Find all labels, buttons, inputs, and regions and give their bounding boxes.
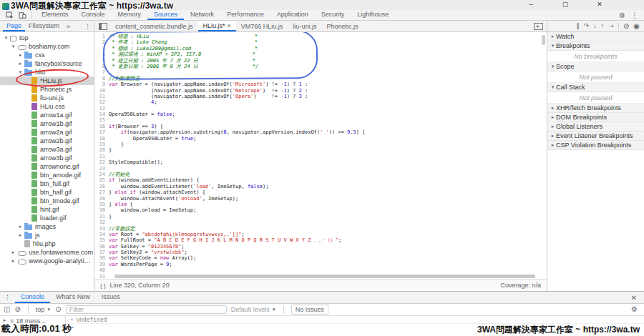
tree-item-use-fontawesome-com[interactable]: ▸use.fontawesome.com (0, 248, 94, 257)
editor-status-bar: { } Line 320, Column 20 Coverage: n/a (94, 279, 547, 291)
tree-item-btn-amode-gif[interactable]: btn_amode.gif (0, 171, 94, 179)
tree-item-arrow3a-gif[interactable]: arrow3a.gif (0, 145, 94, 154)
tree-item-btn-half-gif[interactable]: btn_half.gif (0, 188, 94, 197)
pause-on-exceptions-icon[interactable]: ◉ (633, 23, 640, 29)
tree-arrow-icon[interactable]: ▸ (17, 52, 24, 58)
tree-item-hliu[interactable]: ▾hliu (0, 68, 94, 76)
tree-item-loader-gif[interactable]: loader.gif (0, 214, 94, 222)
close-button[interactable]: ✕ (592, 0, 607, 9)
issues-counter[interactable]: No Issues (291, 305, 328, 315)
horizontal-scrollbar[interactable] (114, 275, 535, 278)
tree-item-btn-full-gif[interactable]: btn_full.gif (0, 179, 94, 188)
pretty-print-icon[interactable]: { } (100, 282, 106, 289)
tree-arrow-icon[interactable]: ▸ (10, 258, 16, 264)
section-dom-breakpoints[interactable]: ▸DOM Breakpoints (547, 113, 644, 122)
tree-arrow-icon[interactable]: ▾ (17, 69, 24, 75)
tree-item-hliu-php[interactable]: hliu.php (0, 239, 94, 248)
tree-item-phonetic-js[interactable]: Phonetic.js (0, 85, 94, 94)
editor-tab-hliu-js[interactable]: HLiu.js*× (198, 21, 236, 31)
editor-tab-vm766-hliu-js[interactable]: VM766 HLiu.js (236, 21, 288, 31)
tree-item-liu-uni-js[interactable]: liu-uni.js (0, 94, 94, 102)
tree-item-arrow1b-gif[interactable]: arrow1b.gif (0, 119, 94, 128)
editor-tab-liu-uni-js[interactable]: liu-uni.js (288, 21, 321, 31)
tree-arrow-icon[interactable]: ▾ (10, 44, 16, 49)
pause-icon[interactable]: ∥ (576, 23, 580, 29)
tree-item-label: images (35, 223, 56, 230)
section-watch[interactable]: ▸Watch (547, 32, 644, 41)
more-tabs-icon[interactable]: » (64, 23, 72, 30)
section-csp-violation-breakpoints[interactable]: ▸CSP Violation Breakpoints (547, 141, 644, 150)
tree-item-hliu-css[interactable]: HLiu.css (0, 102, 94, 111)
toggle-navigator-icon[interactable] (99, 23, 107, 30)
section-label: XHR/fetch Breakpoints (556, 104, 621, 112)
console-sidebar-toggle-icon[interactable]: ◫ (4, 306, 10, 313)
clear-console-icon[interactable]: ⊘ (14, 306, 20, 313)
tree-arrow-icon[interactable]: ▸ (17, 224, 24, 229)
section-breakpoints[interactable]: ▾Breakpoints (547, 41, 644, 51)
settings-gear-icon[interactable]: ⚙ (619, 11, 625, 19)
devtools-tab-network[interactable]: Network (184, 10, 220, 20)
drawer-menu-icon[interactable]: ⋮ (4, 294, 11, 301)
step-icon[interactable]: ⇢ (608, 23, 614, 29)
tree-item-boshiamy-com[interactable]: ▾boshiamy.com (0, 42, 94, 51)
tree-item-www-google-analytics-com[interactable]: ▸www.google-analytics.com (0, 257, 94, 265)
live-expression-eye-icon[interactable]: ⊙ (55, 306, 61, 313)
step-over-icon[interactable]: ↷ (584, 23, 590, 29)
maximize-button[interactable]: ▢ (558, 0, 572, 9)
tree-item-hint-gif[interactable]: hint.gif (0, 205, 94, 214)
php-icon (24, 240, 30, 247)
section-scope[interactable]: ▾Scope (547, 62, 644, 71)
step-into-icon[interactable]: ↓ (593, 23, 597, 29)
tree-arrow-icon[interactable]: ▸ (17, 61, 24, 66)
log-levels-selector[interactable]: Default levels ▼ (231, 306, 276, 313)
code-text: window.addEventListener('load', ImeSetup… (109, 184, 268, 189)
navigator-tab-page[interactable]: Page (3, 21, 25, 31)
devtools-tab-security[interactable]: Security (315, 10, 351, 20)
section-global-listeners[interactable]: ▸Global Listeners (547, 122, 644, 132)
section-event-listener-breakpoints[interactable]: ▸Event Listener Breakpoints (547, 132, 644, 141)
deactivate-breakpoints-icon[interactable]: ⊘ (623, 23, 629, 29)
devtools-tab-performance[interactable]: Performance (220, 10, 270, 20)
tree-arrow-icon[interactable]: ▸ (10, 249, 16, 255)
tree-item-arrow2a-gif[interactable]: arrow2a.gif (0, 128, 94, 137)
cloud-icon (17, 43, 26, 50)
tree-item-images[interactable]: ▸images (0, 222, 94, 231)
close-drawer-icon[interactable]: ✕ (631, 294, 641, 302)
tree-item-css[interactable]: ▸css (0, 51, 94, 59)
section-call-stack[interactable]: ▾Call Stack (547, 83, 644, 92)
tree-item-btn-tmode-gif[interactable]: btn_tmode.gif (0, 197, 94, 205)
close-tab-icon[interactable]: × (228, 22, 231, 29)
step-out-icon[interactable]: ↑ (601, 23, 605, 29)
tree-item-arrow1a-gif[interactable]: arrow1a.gif (0, 111, 94, 119)
code-line: 25if (window.addEventListener) { (94, 177, 547, 183)
drawer-tab-console[interactable]: Console (15, 292, 50, 303)
tree-item-js[interactable]: ▸js (0, 231, 94, 239)
tree-item-fancybox-source[interactable]: ▸fancybox/source (0, 59, 94, 68)
tree-item-arrownone-gif[interactable]: arrownone.gif (0, 162, 94, 171)
editor-tab-phonetic-js[interactable]: Phonetic.js (321, 21, 363, 31)
section-xhr-fetch-breakpoints[interactable]: ▸XHR/fetch Breakpoints (547, 104, 644, 113)
tree-item-top[interactable]: ▾top (0, 34, 94, 42)
navigator-menu-icon[interactable]: ⋮ (84, 23, 91, 30)
context-selector[interactable]: top ▼ (36, 306, 51, 313)
toggle-debugger-sidebar-icon[interactable] (534, 23, 543, 30)
devtools-menu-icon[interactable]: ⋮ (631, 11, 638, 19)
devtools-tab-application[interactable]: Application (270, 10, 315, 20)
tree-arrow-icon[interactable]: ▸ (17, 232, 24, 238)
editor-tab-content-cosmetic-bundle-js[interactable]: content_cosmetic.bundle.js (110, 21, 198, 31)
editor-tab-bar: content_cosmetic.bundle.jsHLiu.js*×VM766… (94, 21, 547, 32)
tree-item-hliu-js[interactable]: *HLiu.js (0, 76, 94, 85)
minimize-button[interactable]: – (524, 0, 538, 9)
drawer-tab-issues[interactable]: Issues (96, 292, 126, 303)
console-settings-gear-icon[interactable]: ⚙ (631, 306, 640, 313)
navigator-tab-filesystem[interactable]: Filesystem (25, 21, 63, 31)
vertical-scrollbar[interactable] (542, 35, 545, 45)
console-filter-input[interactable] (66, 305, 227, 314)
devtools-tab-lighthouse[interactable]: Lighthouse (351, 10, 395, 20)
drawer-tab-what-s-new[interactable]: What's New (50, 292, 96, 303)
tree-arrow-icon[interactable]: ▾ (3, 35, 9, 41)
code-editor[interactable]: 1/* 標題 : HLiu *2 * 作者 : Luke Chang *3 * … (94, 32, 547, 279)
tree-item-arrow2b-gif[interactable]: arrow2b.gif (0, 137, 94, 145)
console-toolbar-divider (283, 306, 284, 314)
tree-item-arrow3b-gif[interactable]: arrow3b.gif (0, 154, 94, 162)
